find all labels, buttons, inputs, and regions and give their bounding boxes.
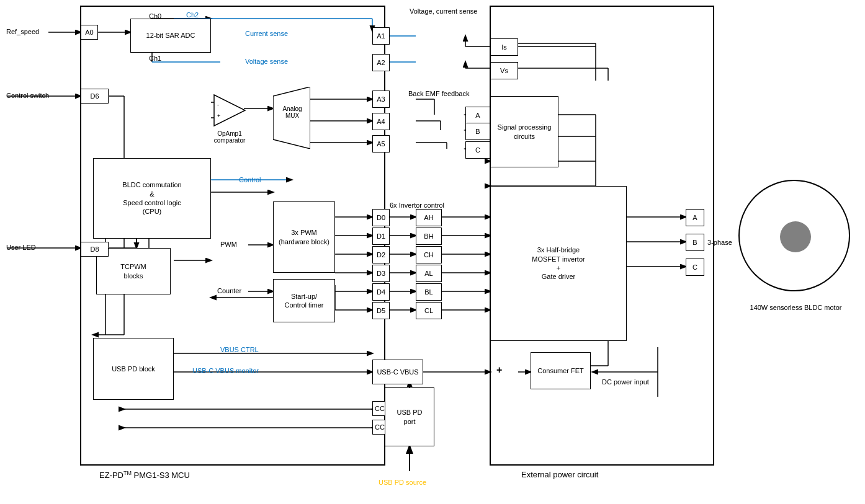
signal-processing-block: Signal processing circuits [490,96,558,167]
current-sense-label: Current sense [245,30,288,37]
cl-pin: CL [416,302,442,319]
a5-pin: A5 [372,135,390,153]
svg-text:-: - [217,102,219,108]
bl-pin: BL [416,283,442,301]
d1-pin: D1 [372,228,390,245]
diagram-container: Ref_speed A0 Ch0 Ch2 12-bit SAR ADC Ch1 … [0,0,865,504]
ch-pin: CH [416,246,442,263]
usb-pd-block: USB PD block [93,338,174,400]
d5-pin: D5 [372,302,390,319]
sig-b-box: B [465,123,490,140]
ch1-label: Ch1 [149,55,161,62]
consumer-fet-block: Consumer FET [531,352,591,389]
tcpwm-label: TCPWM blocks [120,262,146,280]
svg-text:+: + [217,113,220,119]
startup-block: Start-up/ Control timer [273,279,335,322]
usb-pd-source-label: USB PD source [379,479,426,486]
al-pin: AL [416,265,442,282]
ext-power-label: External power circuit [521,470,598,479]
three-phase-label: 3-phase [707,239,732,246]
consumer-fet-label: Consumer FET [537,366,584,375]
vbus-ctrl-label: VBUS CTRL [220,346,259,353]
ref-speed-label: Ref_speed [6,28,39,35]
is-box: Is [490,38,518,56]
d6-pin: D6 [81,89,109,104]
opamp-block: - + OpAmp1 comparator [211,92,248,129]
motor-c-pin: C [686,259,704,276]
a2-pin: A2 [372,54,390,71]
analog-mux-label: Analog MUX [276,105,308,119]
d0-pin: D0 [372,209,390,226]
sig-a-box: A [465,107,490,124]
svg-marker-100 [214,95,245,126]
voltage-current-sense-label: Voltage, current sense [410,7,477,15]
mcu-name-label: EZ-PDTM PMG1-S3 MCU [99,470,190,480]
pwm-block-label: 3x PWM (hardware block) [279,228,329,246]
motor-b-pin: B [686,234,704,251]
a1-pin: A1 [372,27,390,45]
invertor-control-label: 6x Invertor control [390,201,444,209]
bldc-block: BLDC commutation & Speed control logic (… [93,158,211,239]
a4-pin: A4 [372,113,390,130]
startup-label: Start-up/ Control timer [285,292,324,310]
a3-pin: A3 [372,91,390,108]
d2-pin: D2 [372,246,390,263]
d8-pin: D8 [81,242,109,257]
pwm-label: PWM [220,241,237,248]
a0-pin: A0 [81,25,98,40]
counter-label: Counter [217,287,241,294]
usb-pd-port-block: USB PD port [385,387,434,446]
sig-c-box: C [465,141,490,159]
voltage-sense-label: Voltage sense [245,58,288,65]
adc-label: 12-bit SAR ADC [146,31,195,40]
analog-mux-block: Analog MUX [273,87,310,149]
motor-circle [738,180,850,291]
usbc-vbus-label: USB-C VBUS [377,368,418,376]
bldc-label: BLDC commutation & Speed control logic (… [122,180,181,216]
half-bridge-block: 3x Half-bridge MOSFET invertor + Gate dr… [490,186,627,341]
opamp-label: OpAmp1 comparator [208,130,251,144]
control-switch-label: Control switch [6,92,49,99]
d4-pin: D4 [372,283,390,301]
d3-pin: D3 [372,265,390,282]
pwm-block: 3x PWM (hardware block) [273,201,335,273]
control-label: Control [239,176,261,183]
bh-pin: BH [416,228,442,245]
ah-pin: AH [416,209,442,226]
motor-rotor [780,221,811,252]
user-led-label: User LED [6,244,36,251]
ch2-label: Ch2 [186,11,199,19]
motor-a-pin: A [686,209,704,226]
motor-label: 140W sensorless BLDC motor [742,304,850,311]
usb-pd-port-label: USB PD port [397,408,423,426]
usb-pd-label: USB PD block [112,365,155,373]
vs-box: Vs [490,62,518,79]
dc-power-input-label: DC power input [602,378,649,386]
usbc-vbus-monitor-label: USB-C VBUS monitor [192,367,259,374]
signal-processing-label: Signal processing circuits [491,123,558,141]
usbc-vbus-box: USB-C VBUS [372,360,423,384]
adc-block: 12-bit SAR ADC [130,19,211,53]
half-bridge-label: 3x Half-bridge MOSFET invertor + Gate dr… [532,245,585,281]
plus-sign: + [496,365,502,376]
back-emf-label: Back EMF feedback [408,90,469,97]
